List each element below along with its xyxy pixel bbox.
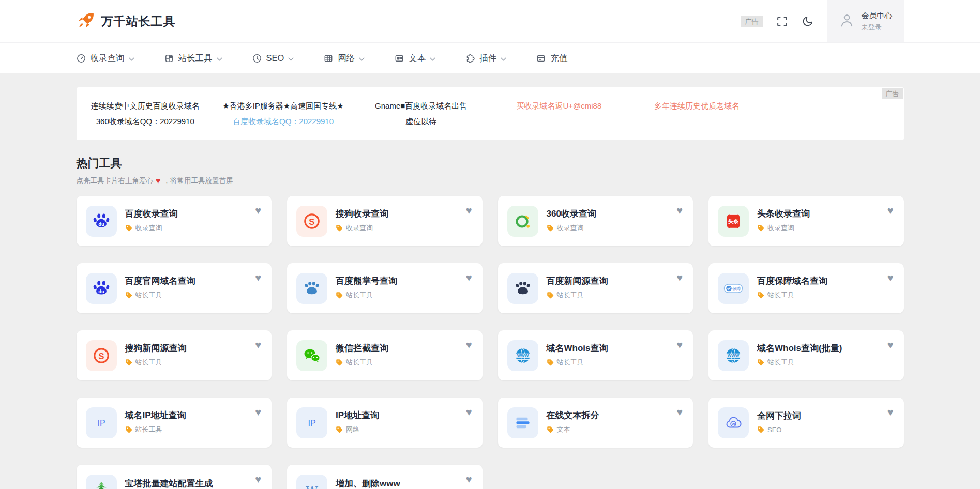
favorite-heart-icon[interactable] [887, 205, 894, 216]
svg-text:WWW: WWW [517, 353, 529, 358]
nav-item[interactable]: 充值 [536, 53, 567, 64]
favorite-heart-icon[interactable] [466, 205, 472, 216]
nav-item[interactable]: SEO [252, 53, 294, 63]
ad-slot-line1: ★香港多IP服务器★高速回国专线★ [214, 101, 352, 111]
ad-slot-link[interactable]: 多年连续历史优质老域名 [628, 101, 766, 126]
tool-title: 在线文本拆分 [547, 411, 599, 421]
favorite-heart-icon[interactable] [255, 474, 261, 484]
fullscreen-icon[interactable] [776, 16, 788, 27]
header: 万千站长工具 广告 会员中心 未登录 [0, 0, 980, 43]
baozhang-badge-icon: 保障 [718, 273, 749, 304]
tool-title: 百度收录查询 [125, 209, 178, 219]
favorite-heart-icon[interactable] [466, 474, 472, 484]
svg-text:IP: IP [308, 419, 315, 427]
favorite-heart-icon[interactable] [676, 407, 683, 417]
tag-icon [125, 426, 132, 433]
tag-icon [336, 426, 343, 433]
site-logo[interactable]: 万千站长工具 [77, 10, 176, 32]
nav-item[interactable]: 文本 [395, 53, 435, 64]
text-split-lines-icon [507, 407, 538, 438]
nav-item[interactable]: 站长工具 [164, 53, 222, 64]
tool-card[interactable]: 宝塔批量建站配置生成 [77, 465, 272, 489]
tool-card[interactable]: IP IP地址查询 网络 [287, 398, 483, 448]
chevron-down-icon [217, 57, 222, 61]
tool-card[interactable]: 360收录查询 收录查询 [498, 196, 693, 246]
ad-slot-link[interactable]: 连续续费中文历史百度收录域名 360收录域名QQ：20229910 [77, 101, 215, 126]
tool-card[interactable]: 头条 头条收录查询 收录查询 [708, 196, 904, 246]
favorite-heart-icon[interactable] [887, 407, 894, 417]
tool-card[interactable]: 百度熊掌号查询 站长工具 [287, 263, 483, 313]
ad-slot-link [766, 101, 904, 126]
text-icon [395, 54, 404, 63]
member-center[interactable]: 会员中心 未登录 [827, 0, 904, 42]
tool-category: 站长工具 [346, 358, 373, 367]
tool-category: 文本 [557, 425, 570, 434]
favorite-heart-icon[interactable] [887, 340, 894, 350]
nav-item-label: 插件 [479, 53, 496, 64]
tool-title: 百度保障域名查询 [757, 277, 827, 286]
dark-mode-moon-icon[interactable] [802, 15, 814, 27]
tool-card[interactable]: 保障 百度保障域名查询 站长工具 [708, 263, 904, 313]
tool-card[interactable]: 微信拦截查询 站长工具 [287, 330, 483, 380]
tool-card[interactable]: du 百度收录查询 收录查询 [77, 196, 272, 246]
bear-paw-blue-icon [296, 273, 327, 304]
section-subtitle: 点亮工具卡片右上角爱心 ♥ ，将常用工具放置首屏 [77, 176, 904, 186]
tool-title: 域名IP地址查询 [125, 411, 186, 421]
tool-title: 360收录查询 [547, 209, 596, 219]
tag-icon [336, 359, 343, 366]
tool-card[interactable]: 在线文本拆分 文本 [498, 398, 693, 448]
chevron-down-icon [129, 57, 134, 61]
favorite-heart-icon[interactable] [887, 272, 894, 283]
tool-card[interactable]: 百度新闻源查询 站长工具 [498, 263, 693, 313]
baidu-paw-icon: du [86, 206, 117, 237]
tool-category: 收录查询 [346, 223, 373, 233]
nav-item-label: 站长工具 [178, 53, 213, 64]
favorite-heart-icon[interactable] [676, 205, 683, 216]
favorite-heart-icon[interactable] [676, 340, 683, 350]
tool-category: 站长工具 [557, 291, 584, 300]
chevron-down-icon [359, 57, 365, 61]
tag-icon [547, 426, 554, 433]
user-avatar-icon [839, 12, 855, 30]
favorite-heart-icon[interactable] [255, 205, 261, 216]
tool-card[interactable]: du 百度官网域名查询 站长工具 [77, 263, 272, 313]
favorite-heart-icon[interactable] [255, 272, 261, 283]
tool-card[interactable]: S 搜狗收录查询 收录查询 [287, 196, 483, 246]
ip-text-icon: IP [86, 407, 117, 438]
favorite-heart-icon[interactable] [466, 340, 472, 350]
ad-slot-link[interactable]: 买收录域名返U+@cmi88 [490, 101, 628, 126]
chevron-down-icon [288, 57, 294, 61]
ad-slot-link[interactable]: Gname■百度收录域名出售 虚位以待 [352, 101, 490, 126]
tag-icon [125, 224, 132, 232]
favorite-heart-icon[interactable] [466, 407, 472, 417]
tool-card[interactable]: W 增加、删除www [287, 465, 483, 489]
baidu-paw-icon: du [86, 273, 117, 304]
favorite-heart-icon[interactable] [466, 272, 472, 283]
nav-item[interactable]: 网络 [324, 53, 365, 64]
w-serif-icon: W [296, 475, 327, 489]
favorite-heart-icon[interactable] [255, 407, 261, 417]
ad-slot-link[interactable]: ★香港多IP服务器★高速回国专线★ 百度收录域名QQ：20229910 [214, 101, 352, 126]
tag-icon [125, 359, 132, 366]
nav-item[interactable]: 收录查询 [77, 53, 134, 64]
tool-title: 百度新闻源查询 [547, 277, 608, 286]
favorite-heart-icon[interactable] [676, 272, 683, 283]
nav-item-label: 网络 [338, 53, 355, 64]
member-title: 会员中心 [862, 11, 893, 21]
site-title: 万千站长工具 [101, 13, 176, 29]
tool-card[interactable]: WWW 域名Whois查询 站长工具 [498, 330, 693, 380]
tool-card[interactable]: W 全网下拉词 SEO [708, 398, 904, 448]
puzzle-icon [465, 54, 475, 63]
tool-title: 域名Whois查询 [547, 344, 608, 354]
header-ad-badge: 广告 [741, 16, 763, 27]
tool-card[interactable]: IP 域名IP地址查询 站长工具 [77, 398, 272, 448]
main-nav: 收录查询 站长工具 SEO 网络 文本 插件 充值 [0, 43, 980, 73]
ad-slot-line2: 虚位以待 [352, 117, 490, 126]
subtitle-suffix: ，将常用工具放置首屏 [163, 176, 233, 186]
tool-card[interactable]: WWW 域名Whois查询(批量) 站长工具 [708, 330, 904, 380]
nav-item[interactable]: 插件 [465, 53, 506, 64]
pagoda-icon [86, 475, 117, 489]
tool-card[interactable]: S 搜狗新闻源查询 站长工具 [77, 330, 272, 380]
favorite-heart-icon[interactable] [255, 340, 261, 350]
chevron-down-icon [501, 57, 506, 61]
